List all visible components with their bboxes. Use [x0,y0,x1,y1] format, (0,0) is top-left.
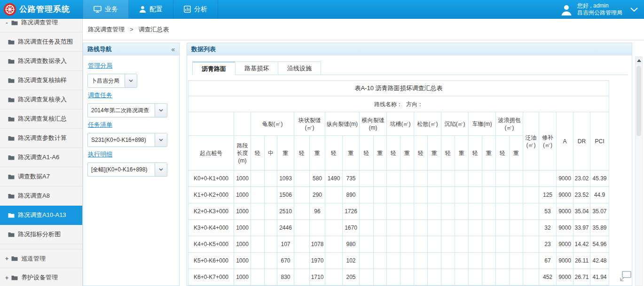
column-subheader: 轻 [496,136,510,170]
nav-item-2[interactable]: 配置 [129,0,173,18]
sidebar-item-2[interactable]: 路况调查任务及范围 [0,32,82,52]
user-icon [139,6,146,13]
chevron-down-icon[interactable] [155,133,167,147]
table-cell: 33.97 [573,220,590,236]
nav-item-1[interactable]: 业务 [83,0,129,18]
folder-icon [8,136,15,141]
folder-icon [8,174,15,179]
table-row[interactable]: K1+0-K2+00010001506290890125900023.5244.… [188,187,609,203]
chevron-down-icon[interactable] [630,7,638,12]
sidebar-item-9[interactable]: 调查数据A7 [0,167,82,186]
table-cell [441,170,455,187]
table-cell: 9000 [557,203,573,220]
table-cell: 35.07 [590,203,609,220]
table-cell [523,253,539,269]
avatar-icon [560,3,573,16]
combo-value[interactable]: S231(K0+0-K16+898) [88,133,155,147]
sidebar-item-5[interactable]: 路况调查复核录入 [0,90,82,109]
table-row[interactable]: K2+0-K3+0001000251096172653900035.0435.0… [188,203,609,220]
expander-icon[interactable]: - [4,19,10,26]
table-cell [414,269,428,286]
sidebar-item-label: 路况调查数据录入 [18,57,67,65]
table-cell [482,236,496,253]
field-label[interactable]: 执行明细 [88,150,112,159]
table-cell: 26.11 [573,253,590,269]
vertical-scrollbar[interactable] [635,56,643,286]
chevron-down-icon[interactable] [155,163,167,176]
column-group-header [188,112,234,136]
user-area[interactable]: 您好 , admin 昌吉州公路管理局 [560,0,622,19]
scroll-up-icon[interactable] [636,57,642,64]
table-cell [428,170,441,187]
field-label[interactable]: 任务清单 [88,121,112,129]
combo-field-1[interactable]: 卜昌吉分局 [87,74,137,88]
breadcrumb-item[interactable]: 路况调查管理 [88,26,125,33]
column-header: PCI [590,112,609,170]
combo-value[interactable]: 2014年第二次路况调查 [88,104,155,117]
table-row[interactable]: K0+0-K1+000100010935801490735900023.0245… [188,170,609,187]
sidebar-item-12[interactable]: 路况指标分析图 [0,225,82,244]
sidebar-item-6[interactable]: 路况调查复核汇总 [0,109,82,129]
sidebar-item-7[interactable]: 路况调查参数计算 [0,129,82,148]
tab-1[interactable]: 沥青路面 [192,62,236,75]
sidebar-item-1[interactable]: -路况调查管理 [0,19,82,32]
table-row[interactable]: K3+0-K4+00010002446167032900033.9735.89 [188,220,609,236]
table-cell [482,187,496,203]
combo-field-4[interactable]: [全幅](K0+0-K16+898) [87,162,167,177]
sidebar-item-14[interactable]: +养护设备管理 [0,268,82,286]
expander-icon[interactable]: + [4,274,10,281]
sidebar-item-4[interactable]: 路况调查复核抽样 [0,71,82,90]
collapse-panel-icon[interactable]: « [171,44,175,55]
table-cell [360,170,374,187]
chevron-down-icon[interactable] [125,74,137,87]
table-cell [469,203,482,220]
combo-field-2[interactable]: 2014年第二次路况调查 [87,103,167,117]
table-row[interactable]: K6+0-K7+00010008301710205452900026.7141.… [188,269,609,286]
table-row[interactable]: K4+0-K5+0001000107107898023900014.4254.9… [188,236,609,253]
table-cell [510,253,523,269]
table-cell [496,170,510,187]
tab-3[interactable]: 沿线设施 [278,62,321,75]
column-subheader: 重 [510,136,523,170]
sidebar-item-13[interactable]: +巡道管理 [0,249,82,268]
folder-icon [8,59,15,64]
table-cell [414,170,428,187]
nav-item-3[interactable]: 分析 [173,0,218,18]
table-cell [251,269,265,286]
table-cell [523,236,539,253]
fullscreen-toggle-icon[interactable] [620,271,632,282]
column-group-header: 沉陷(㎡) [441,112,469,136]
combo-field-3[interactable]: S231(K0+0-K16+898) [87,133,167,147]
tab-2[interactable]: 路基损坏 [235,62,278,75]
sidebar-item-3[interactable]: 路况调查数据录入 [0,52,82,71]
tab-bar: 沥青路面路基损坏沿线设施 [192,62,628,75]
sidebar-item-8[interactable]: 路况调查A1-A6 [0,148,82,167]
scrollbar-thumb[interactable] [636,66,641,136]
table-cell [401,253,414,269]
table-cell: 1000 [234,236,251,253]
sidebar-item-10[interactable]: 路况调查A8 [0,186,82,206]
table-cell [325,187,343,203]
table-cell: K1+0-K2+000 [188,187,234,203]
table-cell: 580 [310,170,325,187]
combo-value[interactable]: 卜昌吉分局 [88,74,125,87]
table-row[interactable]: K5+0-K6+0001000670197010267900026.1142.4… [188,253,609,269]
field-label[interactable]: 调查任务 [88,91,112,100]
table-cell: 35.04 [573,203,590,220]
column-header: 修补(㎡) [539,112,557,170]
table-cell [510,236,523,253]
table-cell: 107 [277,236,294,253]
table-cell [414,203,428,220]
table-cell [294,253,310,269]
route-nav-header: 路线导航 « [83,43,179,55]
breadcrumb-item[interactable]: 调查汇总表 [139,26,169,33]
sidebar-item-11[interactable]: 路况调查A10-A13 [0,206,82,225]
combo-value[interactable]: [全幅](K0+0-K16+898) [88,163,155,176]
table-cell: 14.42 [573,236,590,253]
summary-table: 表A-10 沥青路面损坏调查汇总表路线名称：方向：龟裂(㎡)块状裂缝(㎡)纵向裂… [188,80,609,286]
table-cell [455,220,469,236]
table-cell [294,220,310,236]
chevron-down-icon[interactable] [155,104,167,117]
expander-icon[interactable]: + [4,255,10,262]
field-label[interactable]: 管理分局 [88,62,112,70]
